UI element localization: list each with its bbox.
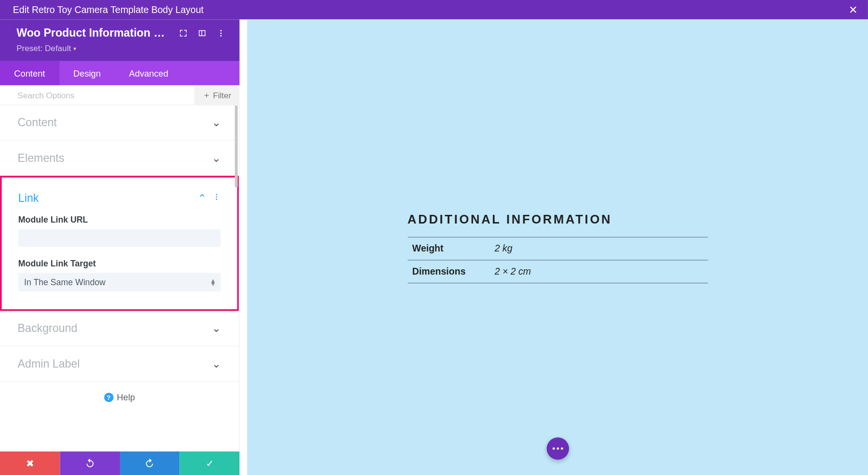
help-label: Help (117, 392, 135, 402)
section-content-toggle[interactable]: Content ⌄ (0, 105, 239, 140)
caret-down-icon: ▾ (73, 45, 76, 51)
section-elements-toggle[interactable]: Elements ⌄ (0, 141, 239, 175)
panel-toggle-icon[interactable] (197, 27, 207, 38)
tab-content[interactable]: Content (0, 61, 59, 85)
link-url-input[interactable] (18, 229, 221, 247)
settings-sidebar: Woo Product Information S… Preset: Defau… (0, 19, 240, 475)
section-admin-label-toggle[interactable]: Admin Label ⌄ (0, 346, 239, 381)
options-scroll-area: Content ⌄ Elements ⌄ Link ⌃ (0, 105, 240, 451)
preset-dropdown[interactable]: Preset: Default ▾ (16, 43, 227, 53)
link-target-value: In The Same Window (24, 277, 106, 287)
help-button[interactable]: ? Help (0, 382, 239, 413)
info-table: Weight 2 kg Dimensions 2 × 2 cm (407, 237, 707, 283)
row-value: 2 kg (490, 237, 708, 260)
preset-label: Preset: Default (16, 43, 71, 53)
row-value: 2 × 2 cm (490, 260, 708, 283)
link-target-label: Module Link Target (18, 259, 221, 268)
section-elements-label: Elements (18, 151, 65, 164)
tab-design[interactable]: Design (59, 61, 115, 85)
svg-point-3 (216, 194, 217, 195)
chevron-down-icon: ⌄ (212, 116, 221, 129)
module-header: Woo Product Information S… Preset: Defau… (0, 19, 240, 61)
svg-point-1 (220, 32, 221, 34)
expand-full-icon[interactable] (178, 27, 189, 38)
section-admin-label: Admin Label (18, 357, 80, 370)
section-background-label: Background (18, 322, 78, 335)
additional-info-block: ADDITIONAL INFORMATION Weight 2 kg Dimen… (407, 212, 707, 284)
cancel-button[interactable]: ✖ (0, 451, 60, 475)
table-row: Dimensions 2 × 2 cm (407, 260, 707, 283)
scrollbar-thumb[interactable] (235, 105, 238, 187)
plus-icon: ＋ (203, 90, 211, 100)
section-content-label: Content (18, 116, 57, 129)
help-icon: ? (104, 393, 113, 402)
link-target-select[interactable]: In The Same Window ▴▾ (18, 273, 221, 291)
svg-point-2 (220, 35, 221, 36)
undo-button[interactable] (60, 451, 120, 475)
select-caret-icon: ▴▾ (211, 278, 215, 286)
more-horiz-icon (552, 448, 563, 450)
svg-point-5 (216, 198, 217, 200)
section-background-toggle[interactable]: Background ⌄ (0, 311, 239, 346)
footer-actions: ✖ ✓ (0, 451, 240, 475)
chevron-down-icon: ⌄ (212, 322, 221, 335)
filter-label: Filter (213, 90, 231, 100)
filter-button[interactable]: ＋ Filter (194, 85, 240, 105)
redo-button[interactable] (120, 451, 179, 475)
info-heading: ADDITIONAL INFORMATION (407, 212, 707, 226)
table-row: Weight 2 kg (407, 237, 707, 260)
svg-point-0 (220, 29, 221, 31)
title-bar-text: Edit Retro Toy Camera Template Body Layo… (13, 4, 203, 15)
settings-tabs: Content Design Advanced (0, 61, 240, 85)
search-row: Search Options ＋ Filter (0, 85, 240, 105)
save-button[interactable]: ✓ (179, 451, 239, 475)
row-label: Dimensions (407, 260, 490, 283)
row-label: Weight (407, 237, 490, 260)
section-link-title[interactable]: Link (18, 192, 39, 205)
more-vert-icon[interactable] (213, 193, 221, 203)
more-vert-icon[interactable] (216, 27, 226, 38)
close-icon[interactable]: ✕ (845, 2, 861, 17)
chevron-up-icon[interactable]: ⌃ (198, 192, 206, 205)
search-input[interactable]: Search Options (0, 90, 194, 100)
title-bar: Edit Retro Toy Camera Template Body Layo… (0, 0, 868, 19)
svg-point-4 (216, 196, 217, 198)
preview-canvas: ADDITIONAL INFORMATION Weight 2 kg Dimen… (247, 19, 868, 475)
chevron-down-icon: ⌄ (212, 357, 221, 370)
floating-action-button[interactable] (546, 437, 569, 460)
module-title: Woo Product Information S… (16, 26, 169, 40)
section-link-panel: Link ⌃ Module Link URL Module Link Targe… (0, 176, 239, 311)
tab-advanced[interactable]: Advanced (115, 61, 182, 85)
chevron-down-icon: ⌄ (212, 151, 221, 165)
link-url-label: Module Link URL (18, 215, 221, 225)
